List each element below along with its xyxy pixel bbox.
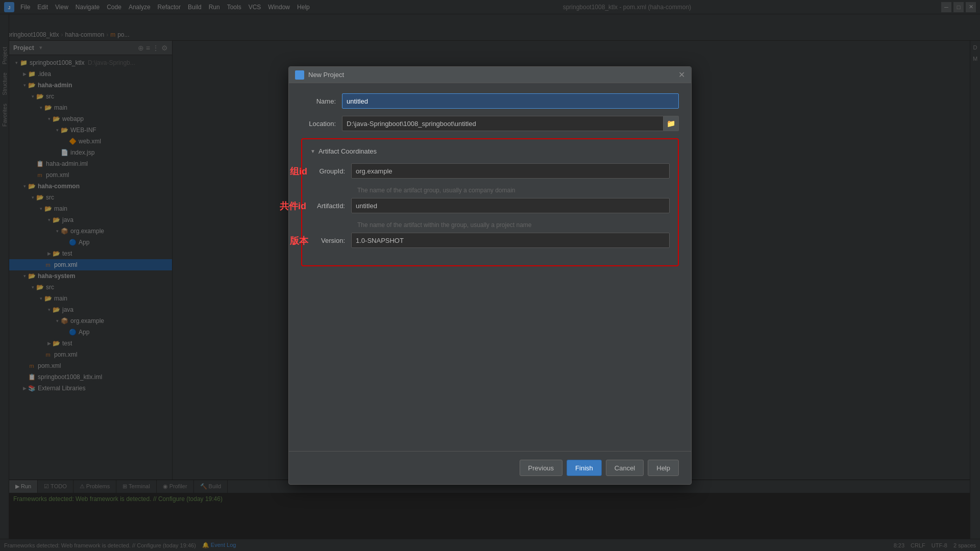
- version-input[interactable]: [351, 233, 670, 248]
- ide-background: J File Edit View Navigate Code Analyze R…: [0, 0, 980, 551]
- groupid-container: 组id GroupId: The name of the artifact gr…: [310, 163, 670, 198]
- dialog-title-icon: [295, 70, 304, 80]
- dialog-title-text: New Project: [308, 71, 344, 79]
- artifactid-label: ArtifactId:: [310, 202, 351, 210]
- groupid-annotation: 组id: [290, 165, 307, 178]
- location-row: Location: 📁: [301, 116, 679, 131]
- groupid-hint: The name of the artifact group, usually …: [310, 186, 670, 198]
- dialog-body: Name: Location: 📁 ▼ Artifact Coordinates: [289, 83, 691, 451]
- groupid-label: GroupId:: [310, 167, 351, 175]
- finish-label: Finish: [575, 464, 593, 472]
- location-input[interactable]: [342, 116, 664, 131]
- dialog-close-button[interactable]: ✕: [678, 71, 685, 79]
- version-label: Version:: [310, 237, 351, 244]
- artifact-section-title: Artifact Coordinates: [318, 147, 377, 155]
- location-input-group: 📁: [342, 116, 679, 131]
- name-row: Name:: [301, 93, 679, 109]
- previous-label: Previous: [528, 464, 554, 472]
- artifact-section-header: ▼ Artifact Coordinates: [310, 147, 670, 155]
- modal-overlay: New Project ✕ Name: Location: 📁: [0, 0, 980, 551]
- groupid-input[interactable]: [351, 163, 670, 179]
- help-label: Help: [656, 464, 670, 472]
- previous-button[interactable]: Previous: [520, 460, 563, 476]
- name-label: Name:: [301, 97, 342, 105]
- svg-point-2: [297, 72, 302, 78]
- new-project-dialog: New Project ✕ Name: Location: 📁: [288, 66, 692, 485]
- groupid-row: GroupId:: [310, 163, 670, 179]
- help-button[interactable]: Help: [648, 460, 679, 476]
- version-annotation: 版本: [290, 235, 308, 247]
- artifactid-hint: The name of the artifact within the grou…: [310, 220, 670, 233]
- version-container: 版本 Version:: [310, 233, 670, 248]
- artifactid-row: ArtifactId:: [310, 198, 670, 213]
- finish-button[interactable]: Finish: [567, 460, 602, 476]
- name-input[interactable]: [342, 93, 679, 109]
- artifactid-input[interactable]: [351, 198, 670, 213]
- version-row: Version:: [310, 233, 670, 248]
- dialog-footer: Previous Finish Cancel Help: [289, 451, 691, 484]
- artifactid-annotation: 共件id: [280, 200, 306, 212]
- artifactid-container: 共件id ArtifactId: The name of the artifac…: [310, 198, 670, 233]
- cancel-button[interactable]: Cancel: [606, 460, 644, 476]
- location-label: Location:: [301, 120, 342, 128]
- cancel-label: Cancel: [615, 464, 635, 472]
- artifact-coordinates-section: ▼ Artifact Coordinates 组id GroupId: The …: [301, 138, 679, 266]
- section-collapse-button[interactable]: ▼: [310, 148, 315, 154]
- browse-button[interactable]: 📁: [664, 116, 679, 131]
- dialog-title-bar: New Project ✕: [289, 67, 691, 83]
